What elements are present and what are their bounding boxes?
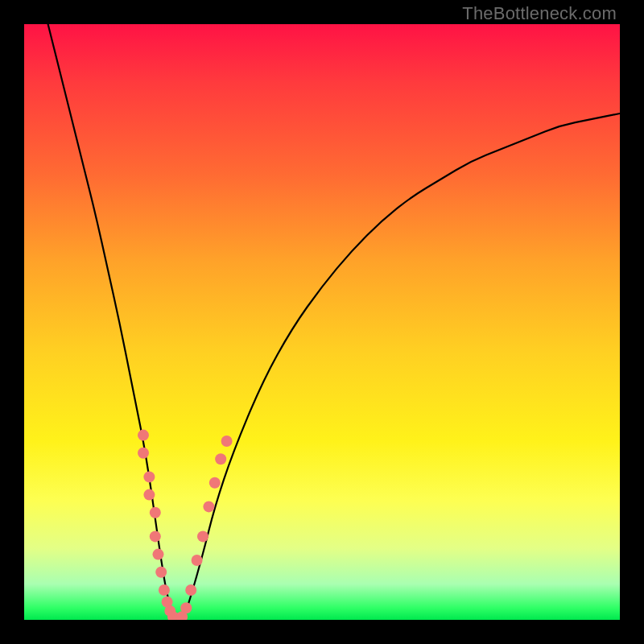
- chart-frame: TheBottleneck.com: [0, 0, 644, 644]
- data-marker: [153, 549, 164, 560]
- data-marker: [155, 567, 167, 578]
- data-marker: [221, 436, 233, 447]
- data-marker: [209, 477, 221, 489]
- chart-svg: [24, 24, 620, 620]
- data-marker: [192, 555, 203, 566]
- data-marker: [197, 530, 208, 542]
- data-marker: [215, 453, 226, 464]
- data-marker: [159, 584, 170, 596]
- data-marker: [143, 471, 155, 482]
- data-marker: [150, 507, 161, 518]
- data-marker: [185, 584, 196, 596]
- watermark-text: TheBottleneck.com: [462, 3, 617, 24]
- data-marker: [138, 430, 149, 441]
- plot-area: [24, 24, 620, 620]
- data-marker: [138, 448, 149, 459]
- data-marker: [203, 501, 214, 512]
- data-marker: [143, 489, 155, 501]
- data-marker: [180, 602, 192, 613]
- data-marker: [150, 530, 161, 542]
- bottleneck-curve: [48, 24, 620, 618]
